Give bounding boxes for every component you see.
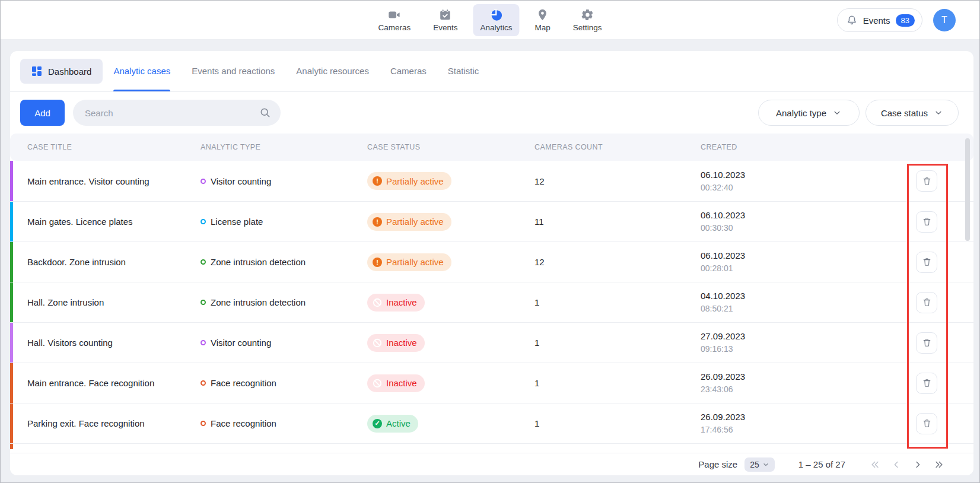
created-time: 09:16:13 [701, 343, 906, 355]
created-time: 08:50:21 [701, 303, 906, 314]
table-body: Main entrance. Visitor counting Visitor … [10, 161, 973, 449]
row-actions [906, 211, 973, 233]
top-bar: Cameras Events Analytics [1, 1, 979, 40]
created-time: 23:43:06 [701, 383, 906, 395]
analytic-type: Visitor counting [186, 176, 353, 186]
cameras-count: 11 [520, 217, 686, 227]
row-actions [906, 332, 973, 354]
analytic-type-label: License plate [211, 217, 263, 227]
warning-icon: ! [373, 176, 382, 186]
status-label: Active [386, 418, 411, 428]
toolbar: Add Analytic type Case status [10, 100, 973, 126]
table-row[interactable]: Main entrance. Visitor counting Visitor … [10, 161, 973, 201]
page-size-select[interactable]: 25 [744, 457, 775, 472]
table-row[interactable]: Hall. Visitors counting Visitor counting… [10, 322, 973, 363]
delete-button[interactable] [916, 252, 937, 273]
analytic-type-icon [201, 219, 206, 224]
delete-button[interactable] [916, 373, 937, 394]
case-status: ! Partially active [353, 172, 520, 190]
search-icon [259, 107, 271, 119]
delete-button[interactable] [916, 211, 937, 233]
cameras-count: 1 [520, 418, 686, 428]
next-page-button[interactable] [912, 459, 924, 471]
tab-cameras[interactable]: Cameras [390, 51, 427, 91]
case-status-filter[interactable]: Case status [866, 100, 959, 126]
case-title: Hall. Zone intrusion [13, 297, 186, 307]
table-row[interactable]: Main entrance. Face recognition Face rec… [10, 363, 973, 403]
case-title: Parking exit. Face recognition [13, 418, 186, 428]
first-page-button[interactable] [869, 459, 881, 471]
created-date: 26.09.2023 [701, 411, 906, 424]
row-actions [906, 413, 973, 434]
created-date: 06.10.2023 [701, 169, 906, 182]
created-cell: 04.10.2023 08:50:21 [686, 290, 906, 314]
analytic-type: Face recognition [186, 378, 353, 388]
topbar-right-group: Events 83 T [837, 1, 956, 40]
delete-button[interactable] [916, 413, 937, 434]
column-header-analytic-type: ANALYTIC TYPE [186, 143, 353, 151]
nav-label: Events [433, 23, 457, 32]
delete-button[interactable] [916, 170, 937, 192]
analytic-type: Face recognition [186, 418, 353, 428]
column-header-cameras-count: CAMERAS COUNT [520, 143, 686, 151]
events-count-badge: 83 [896, 14, 915, 27]
nav-item-map[interactable]: Map [528, 4, 558, 36]
add-button[interactable]: Add [20, 100, 65, 126]
table-row[interactable]: Main gates. Licence plates License plate… [10, 201, 973, 242]
calendar-check-icon [439, 8, 452, 21]
cameras-count: 1 [520, 338, 686, 348]
case-status-filter-label: Case status [881, 108, 928, 118]
case-status: Inactive [353, 294, 520, 312]
row-actions [906, 373, 973, 394]
nav-label: Cameras [378, 23, 411, 32]
events-button[interactable]: Events 83 [837, 8, 922, 32]
trash-icon [922, 217, 932, 227]
case-title: Hall. Visitors counting [13, 338, 186, 348]
warning-icon: ! [373, 217, 382, 227]
row-actions [906, 170, 973, 192]
table-row-partial [10, 443, 973, 449]
check-icon: ✓ [373, 419, 382, 428]
case-title: Main entrance. Visitor counting [13, 176, 186, 186]
tab-analytic-resources[interactable]: Analytic resources [296, 51, 369, 91]
previous-page-button[interactable] [890, 459, 902, 471]
tab-analytic-cases[interactable]: Analytic cases [113, 51, 170, 91]
column-header-created: CREATED [686, 143, 906, 151]
delete-button[interactable] [916, 292, 937, 313]
column-header-case-title: CASE TITLE [10, 143, 186, 151]
search-box[interactable] [73, 100, 281, 126]
chevron-down-icon [762, 461, 769, 468]
case-status: ! Partially active [353, 213, 520, 231]
table-row[interactable]: Hall. Zone intrusion Zone intrusion dete… [10, 282, 973, 322]
tab-events-and-reactions[interactable]: Events and reactions [192, 51, 275, 91]
analytic-type-icon [201, 179, 206, 184]
nav-label: Map [535, 23, 551, 32]
nav-item-analytics[interactable]: Analytics [473, 4, 519, 36]
analytic-type-filter[interactable]: Analytic type [758, 100, 860, 126]
created-date: 06.10.2023 [701, 249, 906, 262]
table-row[interactable]: Parking exit. Face recognition Face reco… [10, 403, 973, 443]
last-page-button[interactable] [933, 459, 945, 471]
user-avatar[interactable]: T [933, 9, 956, 31]
case-status: Inactive [353, 374, 520, 392]
search-input[interactable] [85, 108, 259, 118]
nav-item-cameras[interactable]: Cameras [371, 4, 418, 36]
page-size-label: Page size [698, 459, 737, 469]
tab-statistic[interactable]: Statistic [448, 51, 479, 91]
created-cell: 27.09.2023 09:16:13 [686, 330, 906, 355]
dashboard-button[interactable]: Dashboard [20, 59, 103, 84]
chevron-down-icon [832, 108, 842, 117]
camera-icon [388, 8, 401, 21]
trash-icon [922, 338, 932, 348]
analytic-type-label: Visitor counting [211, 338, 271, 348]
nav-item-events[interactable]: Events [426, 4, 464, 36]
cameras-count: 12 [520, 257, 686, 267]
table-row[interactable]: Backdoor. Zone intrusion Zone intrusion … [10, 242, 973, 282]
scrollbar-thumb[interactable] [965, 138, 970, 241]
delete-button[interactable] [916, 332, 937, 354]
nav-item-settings[interactable]: Settings [566, 4, 609, 36]
page-size-value: 25 [750, 460, 759, 469]
analytic-type: License plate [186, 217, 353, 227]
dashboard-grid-icon [31, 66, 42, 77]
analytic-type-icon [201, 259, 206, 265]
